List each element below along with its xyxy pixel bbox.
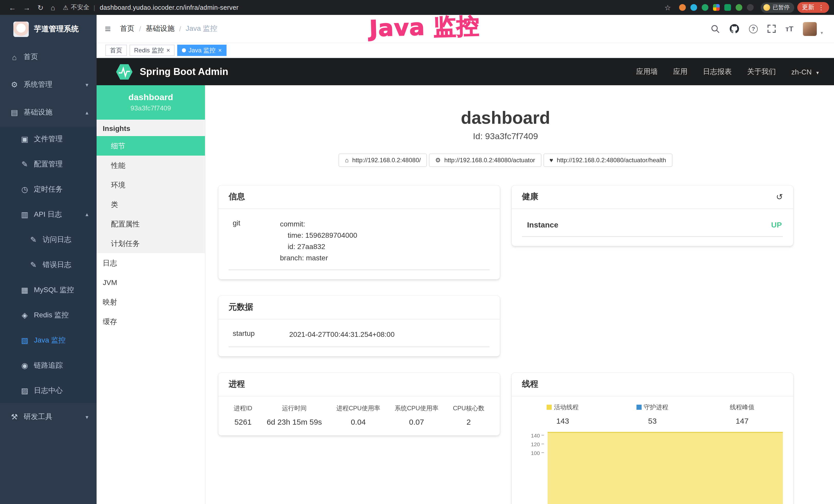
- reload-icon[interactable]: ↻: [38, 4, 43, 11]
- sba-instance-header[interactable]: dashboard 93a3fc7f7409: [96, 85, 205, 120]
- sba-nav-journal[interactable]: 日志报表: [703, 67, 732, 76]
- card-metadata-title: 元数据: [228, 302, 253, 313]
- update-button[interactable]: 更新 ⋮: [797, 2, 829, 13]
- active-tag-dot: [182, 48, 186, 52]
- sba-menu-caches[interactable]: 缓存: [96, 312, 205, 331]
- instance-links: ⌂ http://192.168.0.2:48080/ ⚙ http://192…: [205, 154, 806, 167]
- card-info: 信息 git commit: time: 1596289704000 id: 2: [218, 185, 500, 280]
- history-icon[interactable]: ↺: [776, 192, 783, 202]
- sidebar-toggle-icon[interactable]: ≡: [105, 23, 111, 35]
- paused-badge[interactable]: 已暂停: [761, 2, 794, 13]
- sba-brand-title[interactable]: Spring Boot Admin: [140, 66, 228, 77]
- sba-instance-id: 93a3fc7f7409: [101, 104, 201, 112]
- sba-menu-logs[interactable]: 日志: [96, 253, 205, 273]
- sba-nav-applications[interactable]: 应用: [673, 67, 687, 76]
- tag-home[interactable]: 首页: [105, 45, 127, 56]
- sba-menu-jvm[interactable]: JVM: [96, 273, 205, 292]
- sidebar-item-infrastructure[interactable]: ▤ 基础设施 ▴: [0, 98, 96, 126]
- clock-icon: ◷: [21, 185, 29, 194]
- sidebar-item-access-logs[interactable]: ✎ 访问日志: [0, 227, 96, 252]
- info-value: commit: time: 1596289704000 id: 27aa832 …: [280, 218, 357, 264]
- extension-icon-green[interactable]: [702, 4, 708, 11]
- fullscreen-icon[interactable]: [767, 25, 776, 33]
- back-icon[interactable]: ←: [9, 4, 16, 11]
- sidebar-item-log-center[interactable]: ▨ 日志中心: [0, 378, 96, 403]
- threads-chart: 140 120 100: [518, 432, 787, 504]
- sidebar-item-java-monitor[interactable]: ▧ Java 监控: [0, 328, 96, 353]
- service-url-button[interactable]: ⌂ http://192.168.0.2:48080/: [339, 154, 427, 167]
- sidebar-item-config-manage[interactable]: ✎ 配置管理: [0, 152, 96, 177]
- extension-icon-puzzle[interactable]: [747, 4, 753, 11]
- search-icon[interactable]: [711, 24, 720, 33]
- card-health-header: 健康 ↺: [512, 185, 793, 209]
- metadata-key: startup: [233, 329, 289, 340]
- sidebar-item-api-logs[interactable]: ▥ API 日志 ▴: [0, 202, 96, 227]
- tag-redis-monitor[interactable]: Redis 监控 ×: [129, 45, 175, 56]
- breadcrumb-item-current: Java 监控: [186, 24, 217, 33]
- sba-menu-classes[interactable]: 类: [96, 194, 205, 214]
- sba-menu-details[interactable]: 细节: [96, 136, 205, 156]
- sidebar-item-trace[interactable]: ◉ 链路追踪: [0, 353, 96, 378]
- sidebar-item-file-manage[interactable]: ▣ 文件管理: [0, 126, 96, 152]
- stat-pid: 进程ID 5261: [234, 404, 252, 426]
- sidebar-item-system-manage[interactable]: ⚙ 系统管理 ▾: [0, 71, 96, 98]
- card-threads: 线程 活动线程 1: [512, 372, 793, 504]
- screenshot-root: ← → ↻ ⌂ ⚠ 不安全 | dashboard.yudao.iocoder.…: [0, 0, 834, 504]
- main-pane: ≡ 首页 / 基础设施 / Java 监控 ?: [96, 15, 834, 504]
- sidebar-item-scheduled-tasks[interactable]: ◷ 定时任务: [0, 177, 96, 202]
- sba-nav-about[interactable]: 关于我们: [747, 67, 776, 76]
- card-metadata: 元数据 startup 2021-04-27T00:44:31.254+08:0…: [218, 296, 500, 356]
- close-icon[interactable]: ×: [167, 47, 170, 53]
- extension-icon-leaf[interactable]: [736, 4, 742, 11]
- health-url-button[interactable]: ♥ http://192.168.0.2:48080/actuator/heal…: [543, 154, 672, 167]
- github-icon[interactable]: [729, 24, 739, 33]
- gear-icon: ⚙: [10, 80, 19, 89]
- sidebar-item-label: 系统管理: [24, 80, 52, 89]
- threads-chart-area: [548, 432, 783, 504]
- database-icon: ▦: [21, 285, 29, 295]
- help-icon[interactable]: ?: [749, 24, 758, 33]
- actuator-url-button[interactable]: ⚙ http://192.168.0.2:48080/actuator: [429, 154, 541, 167]
- app-logo-row[interactable]: 芋道管理系统: [0, 15, 96, 43]
- sba-locale-select[interactable]: zh-CN ▾: [791, 68, 819, 76]
- close-icon[interactable]: ×: [218, 47, 222, 53]
- tag-java-monitor[interactable]: Java 监控 ×: [177, 45, 226, 56]
- extension-icon-grid[interactable]: [713, 4, 720, 11]
- card-metadata-header: 元数据: [218, 296, 500, 320]
- sba-menu-performance[interactable]: 性能: [96, 156, 205, 175]
- stat-value: 0.07: [395, 417, 438, 426]
- avatar[interactable]: [803, 22, 817, 36]
- browser-home-icon[interactable]: ⌂: [50, 4, 55, 11]
- breadcrumb-item-home[interactable]: 首页: [120, 24, 134, 33]
- sidebar-item-home[interactable]: ⌂ 首页: [0, 43, 96, 71]
- browser-menu-icon[interactable]: ⋮: [818, 4, 825, 11]
- sba-menu-mappings[interactable]: 映射: [96, 292, 205, 312]
- font-size-icon[interactable]: тT: [786, 25, 793, 33]
- sba-menu-environment[interactable]: 环境: [96, 175, 205, 194]
- address-bar[interactable]: ⚠ 不安全 | dashboard.yudao.iocoder.cn/infra…: [63, 3, 657, 12]
- java-monitor-icon: ▧: [21, 336, 29, 345]
- forward-icon[interactable]: →: [23, 4, 30, 11]
- bookmark-star-icon[interactable]: ☆: [664, 4, 671, 11]
- app-logo: [13, 21, 29, 37]
- sba-menu-config-properties[interactable]: 配置属性: [96, 214, 205, 234]
- sba-menu-scheduled-tasks[interactable]: 计划任务: [96, 234, 205, 253]
- extension-icon-on-badge[interactable]: [724, 4, 731, 11]
- sidebar-item-dev-tools[interactable]: ⚒ 研发工具 ▾: [0, 403, 96, 431]
- instance-id-line: Id: 93a3fc7f7409: [205, 132, 806, 142]
- legend-active-threads: 活动线程 143: [518, 403, 608, 425]
- sidebar-item-redis-monitor[interactable]: ◈ Redis 监控: [0, 302, 96, 328]
- avatar-caret-icon[interactable]: ▾: [821, 30, 823, 36]
- sidebar-item-mysql-monitor[interactable]: ▦ MySQL 监控: [0, 277, 96, 302]
- sidebar-item-error-logs[interactable]: ✎ 错误日志: [0, 252, 96, 277]
- extension-icon-drop[interactable]: [690, 4, 697, 11]
- app-root: 芋道管理系统 ⌂ 首页 ⚙ 系统管理 ▾ ▤ 基础设施 ▴ ▣ 文件管理 ✎: [0, 15, 834, 504]
- extension-icon-orange[interactable]: [679, 4, 686, 11]
- legend-value: 53: [608, 416, 697, 425]
- health-row-instance[interactable]: Instance UP: [522, 217, 783, 237]
- breadcrumb-item-infrastructure[interactable]: 基础设施: [146, 24, 174, 33]
- sidebar-item-label: 错误日志: [43, 260, 71, 269]
- y-tick: 120: [518, 441, 545, 450]
- sba-nav-wallboard[interactable]: 应用墙: [636, 67, 658, 76]
- card-health-body: Instance UP: [512, 209, 793, 246]
